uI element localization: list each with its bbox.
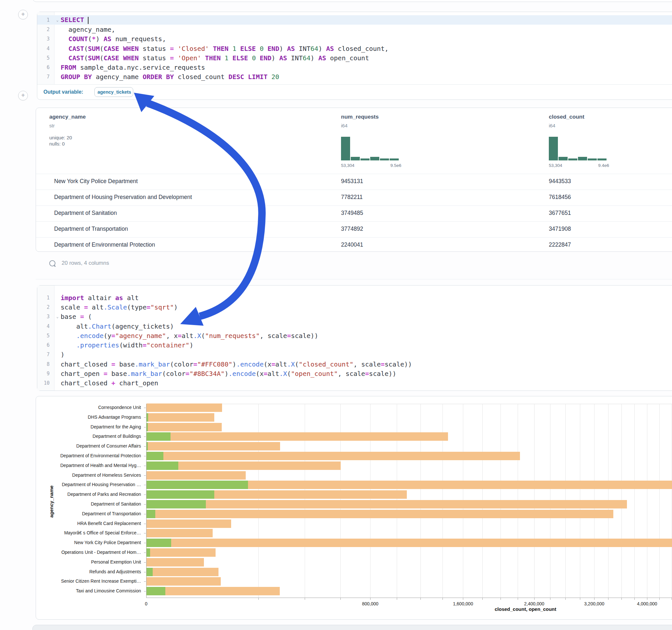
code-line[interactable]: 10chart_closed + chart_open <box>37 379 672 388</box>
y-axis-label: Department of Transportation <box>37 511 141 516</box>
code-line[interactable]: 2 agency_name, <box>37 25 672 34</box>
line-number: 7 <box>37 74 54 80</box>
y-axis-label: Mayorâ€ s Office of Special Enforce… <box>37 530 141 535</box>
y-axis-label: Department for the Aging <box>37 424 141 429</box>
add-cell-button-top[interactable]: + <box>18 10 28 20</box>
output-variable-chip[interactable]: agency_tickets <box>94 87 133 97</box>
bar-closed-count <box>146 519 231 528</box>
row-divider <box>36 221 672 222</box>
column-histogram <box>341 137 399 161</box>
fold-chevron-icon[interactable]: ⌄ <box>54 18 61 22</box>
cell-num-requests: 3749485 <box>341 210 363 217</box>
column-type: i64 <box>341 123 347 128</box>
y-axis-tick <box>144 437 146 437</box>
code-line[interactable]: 6 .properties(width="container") <box>37 340 672 350</box>
y-axis-label: Department of Health and Mental Hyg… <box>37 463 141 468</box>
line-number: 2 <box>37 304 54 310</box>
cell-closed-count: 9443533 <box>549 178 571 185</box>
cell-agency-name: Department of Environmental Protection <box>54 241 155 248</box>
code-line[interactable]: 3⌄base = ( <box>37 312 672 321</box>
histogram-bar <box>597 159 606 161</box>
search-icon[interactable] <box>49 260 55 266</box>
histogram-bar <box>568 159 577 161</box>
histogram-min-label: 53,304 <box>341 163 354 168</box>
x-axis-title: closed_count, open_count <box>495 606 556 612</box>
sql-cell: 1⌄SELECT 2 agency_name,3 COUNT(*) AS num… <box>37 12 672 100</box>
bar-open-count <box>146 500 206 508</box>
bar-closed-count <box>146 510 613 518</box>
x-axis-tick <box>534 598 534 600</box>
cell-num-requests: 9453131 <box>341 178 363 185</box>
x-axis-tick-label: 0 <box>145 601 147 606</box>
code-line[interactable]: 8chart_closed = base.mark_bar(color="#FF… <box>37 359 672 369</box>
code-line[interactable]: 7GROUP BY agency_name ORDER BY closed_co… <box>37 72 672 82</box>
x-axis-tick <box>340 598 341 600</box>
code-line[interactable]: 5 CAST(SUM(CASE WHEN status = 'Open' THE… <box>37 53 672 63</box>
x-axis-tick <box>442 598 443 600</box>
y-axis-tick <box>144 543 146 543</box>
line-number: 1 <box>37 17 54 23</box>
code-text: chart_closed = base.mark_bar(color="#FFC… <box>61 360 412 368</box>
y-axis-tick <box>144 417 146 418</box>
column-header[interactable]: closed_count <box>549 114 584 120</box>
code-line[interactable]: 3 COUNT(*) AS num_requests, <box>37 34 672 44</box>
bar-closed-count <box>146 577 221 586</box>
x-axis-tick <box>550 598 550 600</box>
y-axis-tick <box>144 466 146 466</box>
y-axis-label: Department of Buildings <box>37 434 141 439</box>
cell-agency-name: New York City Police Department <box>54 178 138 185</box>
x-axis-tick <box>659 598 660 600</box>
code-line[interactable]: 2scale = alt.Scale(type="sqrt") <box>37 302 672 312</box>
table-row-count: 20 rows, 4 columns <box>62 260 109 266</box>
bar-open-count <box>146 587 165 595</box>
line-number: 5 <box>37 333 54 339</box>
code-line[interactable]: 9chart_open = base.mark_bar(color="#8BC3… <box>37 369 672 378</box>
code-line[interactable]: 7) <box>37 350 672 359</box>
row-divider <box>36 237 672 238</box>
histogram-range-labels: 53,304 9.4e6 <box>549 163 609 168</box>
x-axis-tick <box>463 598 463 600</box>
cell-agency-name: Department of Housing Preservation and D… <box>54 194 192 201</box>
x-axis-tick <box>634 598 635 600</box>
code-text: CAST(SUM(CASE WHEN status = 'Open' THEN … <box>61 54 369 62</box>
column-header[interactable]: agency_name <box>49 114 86 120</box>
code-line[interactable]: 4 CAST(SUM(CASE WHEN status = 'Closed' T… <box>37 44 672 53</box>
histogram-range-labels: 53,304 9.5e6 <box>341 163 401 168</box>
line-number: 4 <box>37 46 54 51</box>
code-line[interactable]: 5 .encode(y="agency_name", x=alt.X("num_… <box>37 331 672 340</box>
code-text: .properties(width="container") <box>61 341 193 349</box>
code-line[interactable]: 6FROM sample_data.nyc.service_requests <box>37 63 672 72</box>
cell-closed-count: 3677651 <box>549 210 571 217</box>
output-variable-row: Output variable: agency_tickets <box>37 84 672 99</box>
column-type: str <box>49 123 55 128</box>
notebook-page: + + 1⌄SELECT 2 agency_name,3 COUNT(*) AS… <box>0 0 672 630</box>
code-line[interactable]: 1⌄SELECT <box>37 15 672 25</box>
y-axis-tick <box>144 562 146 563</box>
line-number: 4 <box>37 323 54 329</box>
bar-closed-count <box>146 558 204 566</box>
line-number: 10 <box>37 380 54 386</box>
histogram-max-label: 9.4e6 <box>598 163 609 168</box>
sql-code-editor[interactable]: 1⌄SELECT 2 agency_name,3 COUNT(*) AS num… <box>37 12 672 85</box>
column-stat: nulls: 0 <box>49 141 65 146</box>
x-axis-tick <box>397 598 397 600</box>
line-number: 5 <box>37 55 54 61</box>
y-axis-tick <box>144 504 146 505</box>
add-cell-button-output[interactable]: + <box>18 91 28 100</box>
x-axis-tick <box>501 598 501 600</box>
bar-open-count <box>146 461 178 470</box>
column-header[interactable]: num_requests <box>341 114 379 120</box>
python-code-editor[interactable]: 1import altair as alt2scale = alt.Scale(… <box>37 286 672 390</box>
histogram-bar <box>380 159 389 161</box>
bar-open-count <box>146 442 148 451</box>
cell-num-requests: 7782211 <box>341 194 363 201</box>
y-axis-tick <box>144 581 146 582</box>
y-axis-label: Personal Exemption Unit <box>37 559 141 564</box>
code-line[interactable]: 4 alt.Chart(agency_tickets) <box>37 321 672 331</box>
result-table-card: agency_name strunique: 20nulls: 0num_req… <box>35 107 672 252</box>
code-line[interactable]: 1import altair as alt <box>37 293 672 302</box>
bar-open-count <box>146 548 150 557</box>
bar-closed-count <box>146 587 280 595</box>
fold-chevron-icon[interactable]: ⌄ <box>54 314 61 319</box>
x-axis-tick <box>565 598 566 600</box>
